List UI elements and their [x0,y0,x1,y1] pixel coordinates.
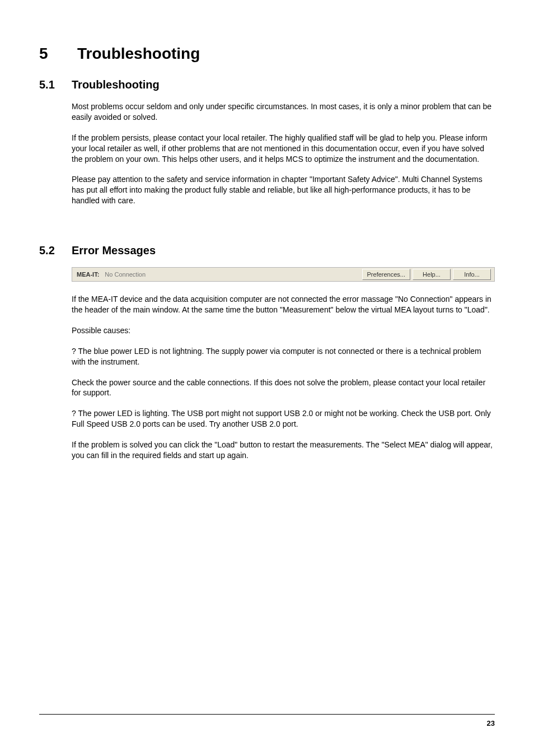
page-number: 23 [487,719,495,727]
app-header-left: MEA-IT: No Connection [72,271,362,278]
paragraph: Check the power source and the cable con… [72,377,495,399]
paragraph: If the problem persists, please contact … [72,133,495,165]
section-number: 5.2 [39,244,62,257]
app-header-bar: MEA-IT: No Connection Preferences... Hel… [72,267,495,282]
paragraph: If the MEA-IT device and the data acquis… [72,294,495,315]
preferences-button[interactable]: Preferences... [362,269,410,280]
info-button[interactable]: Info... [453,269,491,280]
paragraph: Possible causes: [72,325,495,336]
section-5-1-body: Most problems occur seldom and only unde… [72,101,495,206]
paragraph: Most problems occur seldom and only unde… [72,101,495,123]
help-button[interactable]: Help... [413,269,451,280]
connection-status: No Connection [105,271,146,278]
section-title: Error Messages [72,244,156,257]
section-heading-5-1: 5.1 Troubleshooting [39,78,495,91]
chapter-heading: 5 Troubleshooting [39,45,495,63]
chapter-title: Troubleshooting [77,45,200,63]
chapter-number: 5 [39,45,62,63]
section-title: Troubleshooting [72,78,160,91]
section-5-2-body: MEA-IT: No Connection Preferences... Hel… [72,267,495,461]
paragraph: Please pay attention to the safety and s… [72,174,495,206]
paragraph: ? The power LED is lighting. The USB por… [72,408,495,430]
page-footer: 23 [39,714,495,728]
app-name-label: MEA-IT: [77,271,99,278]
section-heading-5-2: 5.2 Error Messages [39,244,495,257]
app-header-buttons: Preferences... Help... Info... [362,269,494,280]
paragraph: If the problem is solved you can click t… [72,440,495,461]
paragraph: ? The blue power LED is not lightning. T… [72,346,495,367]
section-number: 5.1 [39,78,62,91]
